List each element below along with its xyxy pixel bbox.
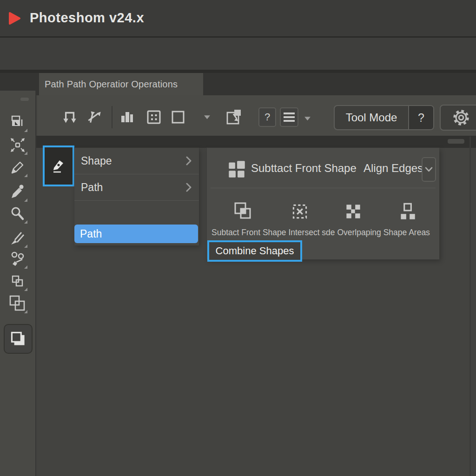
help-button[interactable]: ? <box>258 107 276 127</box>
chevron-down-icon <box>425 167 433 172</box>
panel-header-title: Subttact Front Shape <box>251 162 357 175</box>
merge-shapes-tool-button[interactable] <box>4 324 33 354</box>
bar-chart-icon[interactable] <box>117 107 137 127</box>
title-bar: Photeshom v24.x <box>0 0 476 36</box>
panel-dropdown-button[interactable] <box>422 157 436 182</box>
app-title: Photeshom v24.x <box>30 10 144 26</box>
exclude-overlapping-shapes-button[interactable] <box>342 200 364 223</box>
dropdown-arrow-icon[interactable] <box>304 116 311 121</box>
merge-shapes-tool-icon <box>7 328 29 350</box>
exclude-overlapping-shapes-icon <box>343 201 364 222</box>
app-logo-icon <box>8 12 21 25</box>
tools-sidebar <box>0 91 36 476</box>
square-outline-icon[interactable] <box>168 107 188 127</box>
scrollbar-track[interactable] <box>469 137 471 476</box>
divider <box>112 106 112 128</box>
menu-item-path-selected[interactable]: Path <box>74 225 198 243</box>
zoom-tool-button[interactable] <box>7 204 28 224</box>
panel-grip-handle[interactable] <box>20 98 29 101</box>
divider <box>211 188 436 188</box>
merge-shape-components-button[interactable] <box>397 200 419 223</box>
stamp-tool-button[interactable] <box>7 249 28 269</box>
stamp-tool-icon <box>8 250 27 268</box>
overlap-squares-large-icon <box>7 293 28 314</box>
overlap-squares-large-tool-button[interactable] <box>7 293 28 314</box>
combine-shapes-highlight[interactable]: Combine Shapes <box>207 240 302 262</box>
application-window: Photeshom v24.x Pom Trool Path Path Oper… <box>0 0 476 476</box>
dropdown-arrow-icon[interactable] <box>204 115 211 119</box>
transform-tool-icon <box>8 136 27 154</box>
zoom-tool-icon <box>8 205 27 223</box>
content-top-strip <box>36 136 476 148</box>
subtract-front-shape-icon <box>231 200 254 223</box>
tab-path-operations[interactable]: Path Path Operatior Operations <box>39 73 203 95</box>
tool-mode-button[interactable]: Tool Mode ? <box>334 105 434 130</box>
operations-caption: Subtact Front Shape Intersect sde Overlp… <box>212 228 436 238</box>
brush-tool-icon <box>8 229 27 247</box>
pen-flyout-menu: Shape Path Path <box>74 148 199 245</box>
menu-item-shape[interactable]: Shape <box>74 148 199 174</box>
pen-tool-icon <box>49 157 68 175</box>
pencil-tool-icon <box>8 158 27 177</box>
pen-tool-button[interactable] <box>43 145 74 186</box>
options-toolbar: ? Tool Mode ? <box>37 95 476 136</box>
chevron-right-icon <box>186 156 192 165</box>
chevron-right-icon <box>186 183 192 192</box>
divider <box>0 70 476 73</box>
eyedropper-tool-button[interactable] <box>7 182 28 202</box>
menu-item-label: Path <box>81 181 103 194</box>
eyedropper-tool-icon <box>8 183 27 201</box>
square-dots-icon[interactable] <box>144 107 164 127</box>
panel-grip-handle[interactable] <box>448 139 464 144</box>
gear-icon <box>450 107 472 128</box>
merge-shape-components-icon <box>397 201 418 222</box>
align-edges-label: Align Edges <box>364 162 423 175</box>
move-tool-button[interactable] <box>7 112 28 132</box>
intersect-shape-areas-icon <box>289 201 311 222</box>
intersect-shape-areas-button[interactable] <box>289 200 311 223</box>
menu-item-path[interactable]: Path <box>74 174 199 201</box>
four-squares-icon <box>225 158 248 180</box>
brush-tool-button[interactable] <box>7 228 28 248</box>
settings-button[interactable] <box>440 105 476 131</box>
menu-item-label: Shape <box>81 155 112 167</box>
transform-tool-button[interactable] <box>7 135 28 155</box>
subtract-front-shape-button[interactable] <box>231 200 254 223</box>
tool-mode-label: Tool Mode <box>335 106 408 129</box>
pencil-tool-button[interactable] <box>7 157 28 178</box>
overlap-squares-small-tool-button[interactable] <box>7 271 28 291</box>
dialog-header-bar: Pom Trool <box>0 38 476 70</box>
overlap-squares-small-icon <box>8 272 27 291</box>
menu-lines-icon[interactable] <box>280 107 298 127</box>
export-square-arrow-icon[interactable] <box>224 107 244 127</box>
tool-mode-help[interactable]: ? <box>408 106 433 129</box>
path-corner-arrows-icon[interactable] <box>60 107 80 127</box>
move-tool-icon <box>8 113 27 132</box>
cross-arrows-icon[interactable] <box>84 107 105 127</box>
